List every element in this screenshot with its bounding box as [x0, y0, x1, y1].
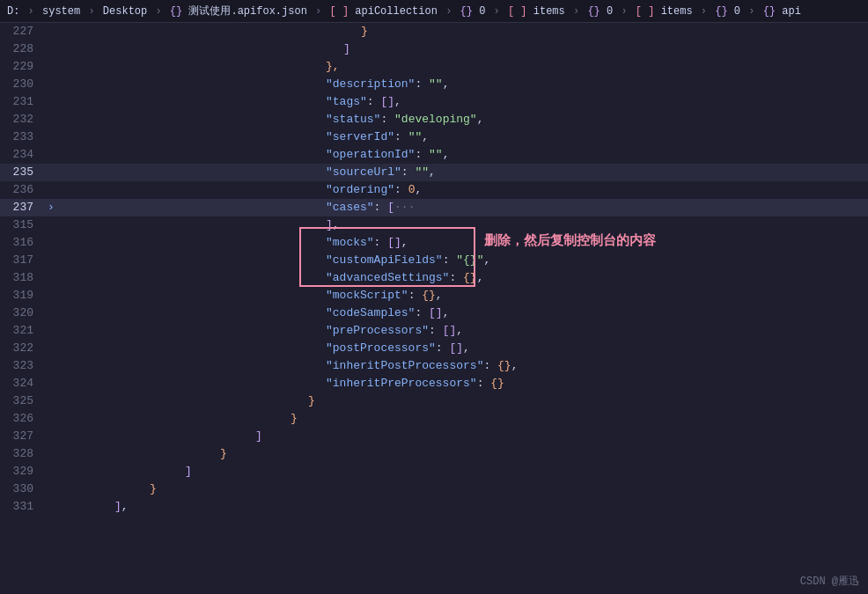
line-content-235: "sourceUrl": "", — [58, 164, 868, 181]
code-line-315: 315 ], — [0, 216, 868, 234]
code-line-329: 329 ] — [0, 463, 868, 480]
line-num-325: 325 — [0, 392, 44, 410]
line-content-318: "advancedSettings": {}, — [58, 269, 868, 287]
line-content-321: "preProcessors": [], — [58, 322, 868, 340]
breadcrumb: D: › system › Desktop › {} 测试使用.apifox.j… — [0, 0, 868, 23]
line-num-321: 321 — [0, 322, 44, 340]
code-line-228: 228 ] — [0, 40, 868, 58]
gutter-237: › — [44, 199, 58, 216]
line-num-318: 318 — [0, 269, 44, 287]
code-editor: 227 } 228 ] 229 }, 230 "description": ""… — [0, 23, 868, 594]
line-num-233: 233 — [0, 128, 44, 146]
code-line-325: 325 } — [0, 392, 868, 410]
code-line-318: 318 "advancedSettings": {}, — [0, 269, 868, 287]
line-num-329: 329 — [0, 463, 44, 480]
line-num-320: 320 — [0, 304, 44, 322]
line-content-229: }, — [58, 58, 868, 76]
line-num-315: 315 — [0, 216, 44, 234]
line-content-331: ], — [58, 498, 868, 516]
line-num-323: 323 — [0, 357, 44, 375]
line-num-231: 231 — [0, 93, 44, 111]
code-line-326: 326 } — [0, 410, 868, 428]
line-content-315: ], — [58, 216, 868, 234]
code-line-322: 322 "postProcessors": [], — [0, 340, 868, 357]
code-line-237: 237 › "cases": [··· — [0, 199, 868, 216]
code-line-229: 229 }, — [0, 58, 868, 76]
line-content-330: } — [58, 480, 868, 498]
line-num-228: 228 — [0, 40, 44, 58]
line-content-324: "inheritPreProcessors": {} — [58, 375, 868, 392]
code-line-328: 328 } — [0, 445, 868, 463]
line-content-326: } — [58, 410, 868, 428]
line-num-322: 322 — [0, 340, 44, 357]
line-num-324: 324 — [0, 375, 44, 392]
line-content-328: } — [58, 445, 868, 463]
code-line-231: 231 "tags": [], — [0, 93, 868, 111]
code-line-234: 234 "operationId": "", — [0, 146, 868, 164]
line-content-319: "mockScript": {}, — [58, 287, 868, 304]
code-line-233: 233 "serverId": "", — [0, 128, 868, 146]
line-content-237: "cases": [··· — [58, 199, 868, 216]
code-line-227: 227 } — [0, 23, 868, 40]
watermark: CSDN @雁迅 — [800, 574, 859, 589]
line-num-327: 327 — [0, 428, 44, 445]
code-line-236: 236 "ordering": 0, — [0, 181, 868, 199]
line-content-323: "inheritPostProcessors": {}, — [58, 357, 868, 375]
line-num-316: 316 — [0, 234, 44, 252]
annotation-text: 删除，然后复制控制台的内容 — [484, 232, 656, 249]
line-content-232: "status": "developing", — [58, 111, 868, 128]
line-content-329: ] — [58, 463, 868, 480]
code-line-317: 317 "customApiFields": "{}", — [0, 252, 868, 269]
line-num-237: 237 — [0, 199, 44, 216]
line-num-234: 234 — [0, 146, 44, 164]
line-num-331: 331 — [0, 498, 44, 516]
line-content-236: "ordering": 0, — [58, 181, 868, 199]
code-line-324: 324 "inheritPreProcessors": {} — [0, 375, 868, 392]
line-content-227: } — [58, 23, 868, 40]
line-num-235: 235 — [0, 164, 44, 181]
line-content-231: "tags": [], — [58, 93, 868, 111]
line-content-317: "customApiFields": "{}", — [58, 252, 868, 269]
line-num-229: 229 — [0, 58, 44, 76]
line-num-326: 326 — [0, 410, 44, 428]
line-content-322: "postProcessors": [], — [58, 340, 868, 357]
code-line-232: 232 "status": "developing", — [0, 111, 868, 128]
line-num-230: 230 — [0, 76, 44, 93]
code-line-319: 319 "mockScript": {}, — [0, 287, 868, 304]
code-line-327: 327 ] — [0, 428, 868, 445]
breadcrumb-text: D: › system › Desktop › {} 测试使用.apifox.j… — [7, 4, 801, 18]
line-num-317: 317 — [0, 252, 44, 269]
code-line-323: 323 "inheritPostProcessors": {}, — [0, 357, 868, 375]
line-content-327: ] — [58, 428, 868, 445]
line-content-228: ] — [58, 40, 868, 58]
line-content-230: "description": "", — [58, 76, 868, 93]
line-content-234: "operationId": "", — [58, 146, 868, 164]
line-content-233: "serverId": "", — [58, 128, 868, 146]
code-line-320: 320 "codeSamples": [], — [0, 304, 868, 322]
line-content-316: "mocks": [], — [58, 234, 868, 252]
code-line-330: 330 } — [0, 480, 868, 498]
code-line-331: 331 ], — [0, 498, 868, 516]
code-line-321: 321 "preProcessors": [], — [0, 322, 868, 340]
code-line-316: 316 "mocks": [], — [0, 234, 868, 252]
code-line-235: 235 "sourceUrl": "", — [0, 164, 868, 181]
line-num-227: 227 — [0, 23, 44, 40]
line-num-328: 328 — [0, 445, 44, 463]
line-num-232: 232 — [0, 111, 44, 128]
line-num-236: 236 — [0, 181, 44, 199]
line-content-320: "codeSamples": [], — [58, 304, 868, 322]
line-num-330: 330 — [0, 480, 44, 498]
code-line-230: 230 "description": "", — [0, 76, 868, 93]
line-content-325: } — [58, 392, 868, 410]
line-num-319: 319 — [0, 287, 44, 304]
